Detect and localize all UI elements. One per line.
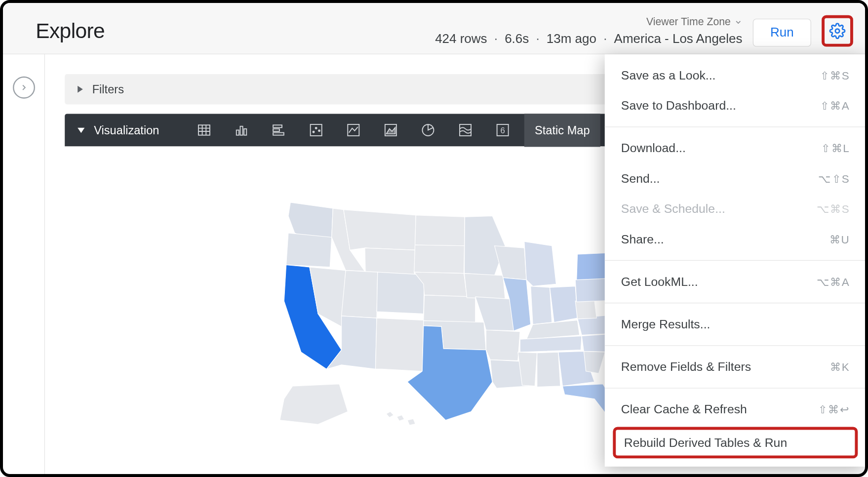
state-south-dakota bbox=[414, 245, 465, 274]
map-icon bbox=[458, 122, 473, 138]
menu-item-shortcut: ⇧⌘L bbox=[821, 141, 849, 155]
svg-text:6: 6 bbox=[500, 126, 505, 135]
state-alaska bbox=[280, 384, 348, 425]
header-meta: Viewer Time Zone 424 rows 6.6s 13m ago A… bbox=[435, 16, 742, 47]
menu-item-shortcut: ⌘U bbox=[829, 233, 850, 246]
timezone-selector[interactable]: Viewer Time Zone bbox=[646, 16, 743, 28]
menu-item-share[interactable]: Share...⌘U bbox=[605, 224, 866, 254]
filters-label: Filters bbox=[92, 82, 124, 96]
svg-rect-1 bbox=[198, 125, 210, 135]
viz-type-selected-tab[interactable]: Static Map bbox=[524, 114, 600, 146]
viz-selected-label: Static Map bbox=[535, 123, 590, 137]
settings-menu: Save as a Look...⇧⌘SSave to Dashboard...… bbox=[605, 54, 866, 467]
svg-point-13 bbox=[313, 131, 314, 133]
column-chart-icon bbox=[234, 122, 249, 138]
viz-type-map[interactable] bbox=[450, 114, 481, 146]
svg-rect-7 bbox=[240, 126, 242, 135]
menu-item-label: Get LookML... bbox=[621, 275, 698, 288]
viz-type-bar[interactable] bbox=[263, 114, 295, 146]
scatter-icon bbox=[309, 122, 324, 138]
chevron-down-icon bbox=[734, 18, 743, 26]
menu-item-shortcut: ⇧⌘↩ bbox=[818, 403, 850, 416]
state-arkansas bbox=[486, 330, 520, 361]
viz-type-table[interactable] bbox=[188, 114, 220, 146]
state-montana bbox=[344, 210, 416, 250]
svg-rect-6 bbox=[237, 130, 239, 135]
state-colorado bbox=[377, 272, 424, 314]
menu-item-save-as-a-look[interactable]: Save as a Look...⇧⌘S bbox=[605, 60, 866, 90]
state-west-virginia bbox=[575, 300, 596, 319]
menu-item-label: Save to Dashboard... bbox=[621, 99, 736, 113]
menu-item-merge-results[interactable]: Merge Results... bbox=[605, 309, 866, 339]
menu-item-save-schedule: Save & Schedule...⌥⌘S bbox=[605, 194, 866, 224]
menu-item-shortcut: ⌥⇧S bbox=[818, 172, 849, 185]
menu-item-download[interactable]: Download...⇧⌘L bbox=[605, 133, 866, 163]
svg-rect-11 bbox=[273, 133, 284, 135]
viz-type-pie[interactable] bbox=[412, 114, 444, 146]
menu-item-label: Share... bbox=[621, 232, 664, 246]
run-button-label: Run bbox=[770, 25, 794, 40]
table-icon bbox=[197, 122, 212, 138]
svg-rect-10 bbox=[273, 129, 279, 131]
menu-item-shortcut: ⌘K bbox=[830, 360, 850, 373]
svg-point-15 bbox=[318, 130, 320, 131]
visualization-section-header[interactable]: Visualization bbox=[78, 123, 159, 137]
viz-type-single-value[interactable]: 6 bbox=[487, 114, 518, 146]
line-chart-icon bbox=[346, 122, 361, 138]
svg-point-14 bbox=[316, 127, 317, 129]
query-location: America - Los Angeles bbox=[614, 32, 743, 47]
main-content: Filters Visualization bbox=[45, 54, 866, 476]
state-north-dakota bbox=[415, 215, 465, 246]
state-minnesota bbox=[464, 216, 505, 276]
viz-type-line[interactable] bbox=[338, 114, 369, 146]
gear-icon bbox=[829, 23, 845, 39]
caret-down-icon bbox=[78, 127, 84, 133]
state-michigan bbox=[524, 241, 556, 286]
expand-rail-button[interactable] bbox=[12, 77, 35, 99]
menu-separator bbox=[605, 303, 866, 303]
state-ohio bbox=[550, 286, 578, 322]
state-iowa bbox=[464, 274, 505, 299]
viz-type-scatter[interactable] bbox=[300, 114, 332, 146]
menu-separator bbox=[605, 126, 866, 127]
menu-item-send[interactable]: Send...⌥⇧S bbox=[605, 163, 866, 194]
state-new-mexico bbox=[375, 318, 423, 371]
caret-right-icon bbox=[78, 86, 83, 93]
svg-point-0 bbox=[835, 29, 839, 33]
menu-item-rebuild-derived-tables-run[interactable]: Rebuild Derived Tables & Run bbox=[613, 427, 858, 459]
pie-chart-icon bbox=[421, 122, 436, 138]
header-bar: Explore Viewer Time Zone 424 rows 6.6s 1 bbox=[3, 3, 866, 54]
timezone-label: Viewer Time Zone bbox=[646, 16, 731, 28]
menu-item-label: Rebuild Derived Tables & Run bbox=[624, 436, 787, 449]
page-title: Explore bbox=[36, 19, 105, 47]
state-hawaii bbox=[386, 412, 415, 426]
row-count: 424 rows bbox=[435, 32, 487, 47]
state-indiana bbox=[531, 286, 552, 325]
menu-item-clear-cache-refresh[interactable]: Clear Cache & Refresh⇧⌘↩ bbox=[605, 394, 866, 424]
menu-item-label: Clear Cache & Refresh bbox=[621, 402, 747, 416]
menu-item-label: Save as a Look... bbox=[621, 68, 716, 82]
menu-separator bbox=[605, 345, 866, 346]
query-age: 13m ago bbox=[547, 32, 596, 47]
bar-chart-icon bbox=[271, 122, 286, 138]
settings-gear-button[interactable] bbox=[822, 15, 853, 47]
area-chart-icon bbox=[383, 122, 398, 138]
menu-item-get-lookml[interactable]: Get LookML...⌥⌘A bbox=[605, 267, 866, 297]
menu-item-label: Remove Fields & Filters bbox=[621, 360, 751, 374]
state-kansas bbox=[424, 295, 475, 322]
visualization-label: Visualization bbox=[94, 123, 159, 137]
menu-item-shortcut: ⌥⌘A bbox=[817, 275, 850, 288]
left-rail bbox=[3, 54, 45, 476]
viz-type-area[interactable] bbox=[375, 114, 406, 146]
chevron-right-icon bbox=[19, 83, 28, 92]
menu-item-shortcut: ⇧⌘A bbox=[820, 99, 850, 112]
query-duration: 6.6s bbox=[505, 32, 529, 47]
menu-item-remove-fields-filters[interactable]: Remove Fields & Filters⌘K bbox=[605, 352, 866, 382]
svg-rect-8 bbox=[244, 129, 246, 135]
single-value-icon: 6 bbox=[495, 122, 511, 138]
run-button[interactable]: Run bbox=[753, 19, 811, 47]
state-oregon bbox=[286, 233, 332, 267]
viz-type-column[interactable] bbox=[226, 114, 257, 146]
menu-item-save-to-dashboard[interactable]: Save to Dashboard...⇧⌘A bbox=[605, 90, 866, 120]
svg-rect-9 bbox=[273, 125, 282, 127]
